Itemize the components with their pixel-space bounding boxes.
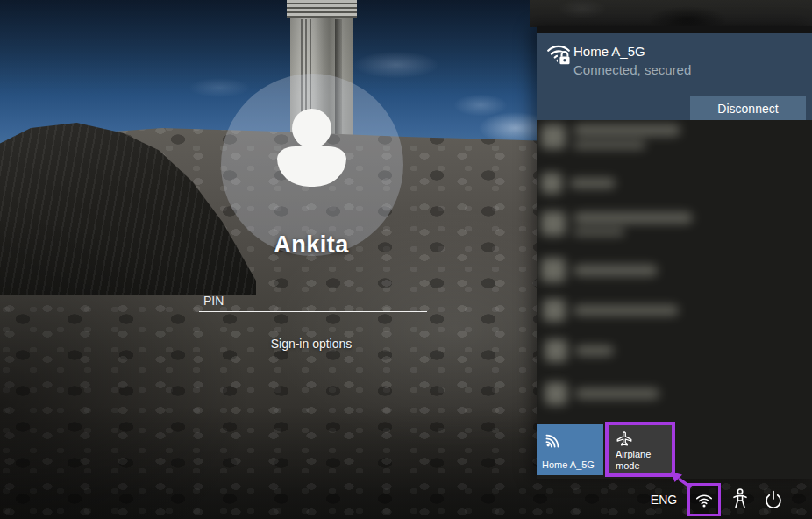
avatar: [292, 109, 331, 148]
power-icon: [763, 489, 784, 510]
wifi-icon: [694, 490, 714, 509]
sign-in-options-link[interactable]: Sign-in options: [224, 337, 399, 351]
user-name: Ankita: [180, 231, 443, 259]
ease-of-access-icon: [729, 487, 751, 512]
arrow-up-left-icon: [667, 470, 694, 489]
blurred-network-item[interactable]: [545, 339, 614, 362]
disconnect-button[interactable]: Disconnect: [690, 96, 806, 122]
ease-of-access-button[interactable]: [726, 484, 754, 515]
blurred-network-item[interactable]: [541, 211, 693, 236]
airplane-mode-tile[interactable]: Airplane mode: [605, 422, 675, 477]
connected-network-item[interactable]: Home A_5G Connected, secured Disconnect: [537, 33, 812, 120]
blurred-network-item[interactable]: [541, 258, 658, 282]
airplane-tile-label: Airplane mode: [616, 449, 666, 472]
blurred-network-item[interactable]: [541, 173, 616, 194]
rock-background: [530, 0, 812, 27]
blurred-network-item[interactable]: [541, 124, 680, 149]
blurred-network-item[interactable]: [545, 382, 659, 405]
tower-crown: [287, 0, 357, 18]
wifi-tile-label: Home A_5G: [542, 459, 595, 470]
connected-network-status: Connected, secured: [573, 62, 691, 77]
language-indicator[interactable]: ENG: [645, 493, 682, 507]
panel-top-strip: [537, 26, 812, 33]
lock-screen: Ankita Sign-in options Home A_5G Connect…: [0, 0, 812, 519]
wifi-quick-tile[interactable]: Home A_5G: [537, 424, 603, 475]
network-flyout-panel: Home A_5G Connected, secured Disconnect: [537, 26, 812, 479]
power-button[interactable]: [759, 484, 787, 515]
wifi-fan-icon: [542, 429, 565, 451]
connected-network-name: Home A_5G: [573, 44, 645, 59]
blurred-network-item[interactable]: [543, 299, 679, 322]
pin-input[interactable]: [199, 289, 427, 312]
airplane-icon: [615, 430, 634, 449]
wifi-secured-icon: [545, 40, 572, 67]
